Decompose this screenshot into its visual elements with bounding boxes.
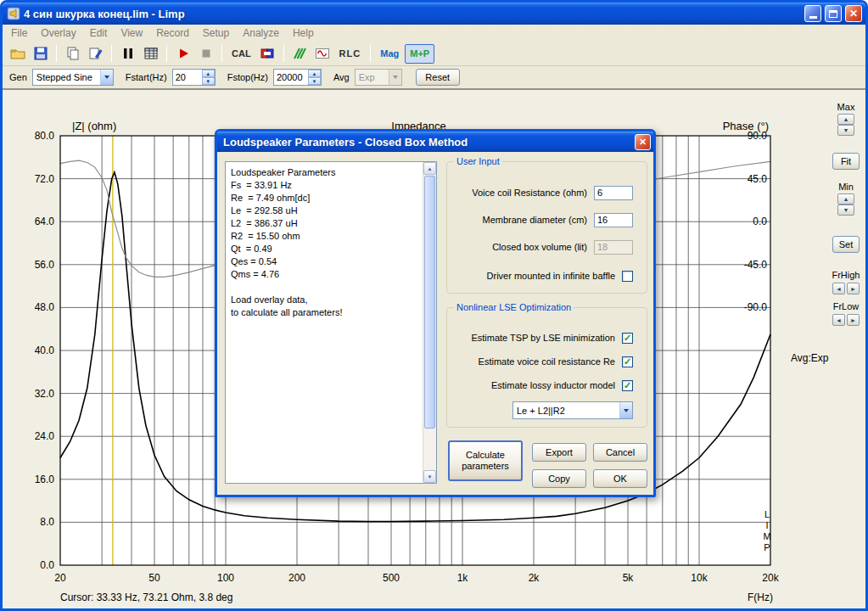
arrow-left-icon: ◄ xyxy=(836,317,842,323)
svg-text:200: 200 xyxy=(288,572,305,584)
copy-button[interactable]: Copy xyxy=(532,469,586,488)
parameters-text: Loudspeaker Parameters Fs = 33.91 Hz Re … xyxy=(226,162,423,483)
estimate-re-checkbox[interactable]: ✓ xyxy=(622,356,633,367)
fstop-input[interactable] xyxy=(274,70,308,85)
parameters-list[interactable]: Loudspeaker Parameters Fs = 33.91 Hz Re … xyxy=(225,161,437,484)
cancel-button[interactable]: Cancel xyxy=(593,443,647,462)
set-button[interactable]: Set xyxy=(832,236,860,253)
frhigh-right-button[interactable]: ► xyxy=(847,283,860,294)
annotate-button[interactable] xyxy=(85,44,106,64)
dialog-close-button[interactable]: ✕ xyxy=(635,134,651,150)
rlc-button[interactable]: RLC xyxy=(335,44,366,64)
svg-text:80.0: 80.0 xyxy=(35,130,55,142)
inductor-model-select[interactable]: Le + L2||R2 xyxy=(512,401,633,419)
scroll-down-button[interactable]: ▼ xyxy=(423,470,436,483)
sine-button[interactable] xyxy=(312,44,333,64)
generator-type-select[interactable]: Stepped Sine xyxy=(32,69,114,86)
svg-text:1k: 1k xyxy=(457,572,469,584)
min-up-button[interactable]: ▲ xyxy=(837,193,854,205)
frlow-label: FrLow xyxy=(833,301,860,311)
chevron-down-icon[interactable] xyxy=(100,70,113,85)
avg-exp-label: Avg:Exp xyxy=(791,352,828,364)
estimate-tsp-checkbox[interactable]: ✓ xyxy=(622,333,633,344)
floppy-icon xyxy=(33,46,48,61)
scroll-up-button[interactable]: ▲ xyxy=(423,162,436,175)
mag-button[interactable]: Mag xyxy=(376,44,403,64)
arrow-right-icon: ► xyxy=(850,317,856,323)
play-icon xyxy=(176,46,191,61)
menu-setup[interactable]: Setup xyxy=(196,25,236,41)
svg-text:32.0: 32.0 xyxy=(35,388,55,400)
minimize-button[interactable] xyxy=(804,5,821,22)
maximize-button[interactable] xyxy=(825,5,842,22)
infinite-baffle-checkbox[interactable] xyxy=(622,271,633,282)
time-record-button[interactable] xyxy=(117,44,138,64)
svg-text:-90.0: -90.0 xyxy=(744,301,768,313)
scrollbar[interactable]: ▲ ▼ xyxy=(423,162,436,483)
spin-up-button[interactable]: ▲ xyxy=(202,70,215,77)
menu-overlay[interactable]: Overlay xyxy=(34,25,82,41)
cursor-readout: Cursor: 33.33 Hz, 73.21 Ohm, 3.8 deg xyxy=(60,591,232,603)
soundcard-button[interactable] xyxy=(257,44,278,64)
stop-button[interactable] xyxy=(195,44,216,64)
menu-record[interactable]: Record xyxy=(149,25,196,41)
frhigh-arrows: ◄ ► xyxy=(832,283,860,294)
svg-text:72.0: 72.0 xyxy=(35,173,55,185)
save-button[interactable] xyxy=(30,44,51,64)
titlebar[interactable]: 4 син шкурка конец.lim - Limp ✕ xyxy=(3,3,865,25)
folder-open-icon xyxy=(10,46,25,61)
toolbar-separator xyxy=(166,45,167,62)
close-icon: ✕ xyxy=(849,8,858,19)
menu-view[interactable]: View xyxy=(114,25,149,41)
svg-text:P: P xyxy=(764,542,770,552)
frlow-right-button[interactable]: ► xyxy=(847,314,860,326)
svg-text:100: 100 xyxy=(217,572,234,584)
menu-help[interactable]: Help xyxy=(286,25,321,41)
spin-down-button[interactable]: ▼ xyxy=(202,77,215,85)
spin-down-button[interactable]: ▼ xyxy=(308,77,321,85)
fstart-input[interactable] xyxy=(173,70,202,85)
frlow-left-button[interactable]: ◄ xyxy=(832,314,845,326)
table-view-button[interactable] xyxy=(140,44,161,64)
fit-button[interactable]: Fit xyxy=(832,153,860,170)
open-button[interactable] xyxy=(7,44,28,64)
toolbar: CAL RLC Mag M+P xyxy=(3,42,865,66)
svg-text:50: 50 xyxy=(148,572,160,584)
ok-button[interactable]: OK xyxy=(593,469,647,488)
spectrum-button[interactable] xyxy=(289,44,311,64)
menu-file[interactable]: File xyxy=(4,25,34,41)
arrow-down-icon: ▼ xyxy=(843,207,849,213)
group-legend: Nonlinear LSE Optimization xyxy=(454,302,574,312)
max-up-button[interactable]: ▲ xyxy=(837,114,854,125)
cal-button[interactable]: CAL xyxy=(227,44,255,64)
dialog-titlebar[interactable]: Loudspeaker Parameters - Closed Box Meth… xyxy=(217,132,653,152)
max-down-button[interactable]: ▼ xyxy=(837,125,854,136)
spin-up-button[interactable]: ▲ xyxy=(308,70,321,77)
min-down-button[interactable]: ▼ xyxy=(837,205,854,216)
voice-coil-resistance-input[interactable] xyxy=(594,186,633,200)
reset-button[interactable]: Reset xyxy=(416,69,460,86)
chevron-down-icon[interactable] xyxy=(619,402,632,418)
menu-edit[interactable]: Edit xyxy=(83,25,115,41)
mag-phase-button[interactable]: M+P xyxy=(405,44,434,64)
close-button[interactable]: ✕ xyxy=(845,5,862,22)
maximize-icon xyxy=(829,10,837,18)
scrollbar-thumb[interactable] xyxy=(424,176,435,429)
menubar: File Overlay Edit View Record Setup Anal… xyxy=(3,25,865,42)
menu-analyze[interactable]: Analyze xyxy=(236,25,286,41)
arrow-right-icon: ► xyxy=(850,286,856,292)
svg-text:Phase (°): Phase (°) xyxy=(723,120,769,132)
svg-text:45.0: 45.0 xyxy=(748,173,768,185)
fstart-spinner: ▲▼ xyxy=(172,69,216,86)
svg-text:64.0: 64.0 xyxy=(35,216,55,227)
window-title: 4 син шкурка конец.lim - Limp xyxy=(24,8,801,20)
membrane-diameter-input[interactable] xyxy=(594,213,633,227)
limp-window: 4 син шкурка конец.lim - Limp ✕ File Ove… xyxy=(0,0,868,611)
export-button[interactable]: Export xyxy=(532,443,586,462)
soundcard-icon xyxy=(260,46,275,61)
copy-button[interactable] xyxy=(62,44,83,64)
frhigh-left-button[interactable]: ◄ xyxy=(832,283,845,294)
calculate-parameters-button[interactable]: Calculate parameters xyxy=(448,440,523,481)
start-button[interactable] xyxy=(172,44,193,64)
estimate-inductor-checkbox[interactable]: ✓ xyxy=(622,380,633,391)
